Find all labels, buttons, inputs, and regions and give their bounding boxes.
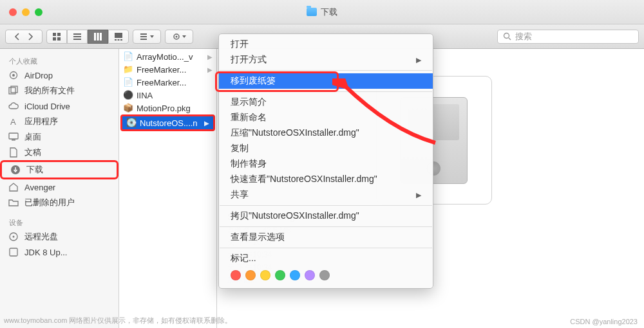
arrange-icon [139, 32, 155, 41]
dmg-icon: 📄 [123, 51, 133, 62]
tag-purple[interactable] [305, 270, 315, 280]
tag-green[interactable] [275, 270, 285, 280]
search-placeholder: 搜索 [515, 31, 532, 42]
list-item-selected[interactable]: 💽NutstoreOS....n▶ [122, 116, 213, 129]
chevron-right-icon: ▶ [207, 66, 213, 73]
minimize-light[interactable] [22, 8, 30, 16]
action-dropdown[interactable] [165, 30, 193, 44]
svg-text:A: A [10, 117, 16, 127]
view-icon-columns[interactable] [88, 30, 108, 44]
search-field[interactable]: 搜索 [497, 30, 639, 44]
list-item[interactable]: 📁FreeMarker...▶ [119, 63, 216, 76]
sidebar-item-deleted[interactable]: 已删除的用户 [0, 195, 118, 210]
close-light[interactable] [9, 8, 17, 16]
svg-line-20 [509, 38, 511, 40]
view-icon-grid[interactable] [46, 30, 67, 44]
list-item[interactable]: ⚫IINA [119, 89, 216, 102]
menu-open[interactable]: 打开 [219, 37, 433, 52]
sidebar-item-avenger[interactable]: Avenger [0, 179, 118, 195]
menu-quicklook[interactable]: 快速查看"NutstoreOSXInstaller.dmg" [219, 172, 433, 187]
menu-rename[interactable]: 重新命名 [219, 110, 433, 125]
menu-get-info[interactable]: 显示简介 [219, 95, 433, 110]
svg-point-18 [176, 35, 178, 37]
svg-rect-8 [97, 33, 99, 41]
drive-icon [8, 246, 19, 258]
tag-red[interactable] [231, 270, 241, 280]
tag-yellow[interactable] [260, 270, 270, 280]
svg-rect-3 [57, 37, 61, 41]
sidebar-item-jdk[interactable]: JDK 8 Up... [0, 244, 118, 260]
menu-duplicate[interactable]: 复制 [219, 141, 433, 156]
watermark-left: www.toymoban.com 网络图片仅供展示，非存储，如有侵权请联系删除。 [4, 316, 232, 325]
menu-share[interactable]: 共享▶ [219, 187, 433, 203]
sidebar-item-airdrop[interactable]: AirDrop [0, 68, 118, 83]
document-icon [8, 147, 19, 158]
desktop-icon [8, 131, 19, 143]
chevron-right-icon: ▶ [207, 53, 213, 60]
svg-rect-13 [120, 39, 122, 41]
svg-rect-26 [9, 133, 18, 139]
window-title-text: 下载 [321, 6, 337, 18]
chevron-right-icon: ▶ [204, 120, 209, 127]
menu-move-to-trash[interactable]: 移到废纸篓 [219, 73, 433, 89]
menu-compress[interactable]: 压缩"NutstoreOSXInstaller.dmg" [219, 125, 433, 141]
menu-alias[interactable]: 制作替身 [219, 156, 433, 172]
tag-gray[interactable] [319, 270, 330, 280]
folder-icon [8, 197, 19, 208]
chevron-right-icon: ▶ [416, 56, 421, 64]
dmg-icon: 💽 [126, 118, 137, 128]
tag-blue[interactable] [290, 270, 300, 280]
grid-icon [52, 32, 61, 41]
disc-icon [8, 231, 19, 242]
svg-rect-16 [140, 39, 147, 40]
zoom-light[interactable] [35, 8, 43, 16]
list-icon [73, 32, 82, 41]
svg-rect-5 [73, 36, 81, 37]
gallery-icon [114, 32, 123, 41]
home-icon [8, 181, 19, 193]
file-column: 📄ArrayMotio..._v▶ 📁FreeMarker...▶ 📄FreeM… [119, 49, 217, 328]
view-switcher [46, 30, 129, 44]
view-icon-list[interactable] [67, 30, 88, 44]
svg-rect-9 [100, 33, 102, 41]
window-traffic-lights [0, 8, 43, 16]
separator [220, 70, 432, 71]
svg-point-19 [504, 33, 509, 39]
tag-orange[interactable] [245, 270, 256, 280]
menu-copy[interactable]: 拷贝"NutstoreOSXInstaller.dmg" [219, 208, 433, 224]
allfiles-icon [8, 85, 19, 96]
columns-icon [93, 32, 102, 41]
view-icon-gallery[interactable] [108, 30, 129, 44]
list-item[interactable]: 📦MotionPro.pkg [119, 102, 216, 114]
svg-rect-0 [53, 33, 56, 36]
sidebar-item-apps[interactable]: A应用程序 [0, 114, 118, 129]
download-icon [10, 164, 21, 176]
zip-icon: 📄 [123, 77, 133, 87]
list-item[interactable]: 📄ArrayMotio..._v▶ [119, 50, 216, 63]
separator [220, 205, 432, 206]
menu-view-options[interactable]: 查看显示选项 [219, 230, 433, 245]
sidebar-item-allfiles[interactable]: 我的所有文件 [0, 83, 118, 98]
titlebar: 下载 [0, 0, 644, 24]
sidebar-item-documents[interactable]: 文稿 [0, 145, 118, 160]
list-item[interactable]: 📄FreeMarker... [119, 76, 216, 89]
svg-point-22 [12, 74, 15, 77]
svg-rect-14 [140, 33, 147, 35]
sidebar-item-icloud[interactable]: iCloud Drive [0, 98, 118, 114]
menu-tag-colors [219, 266, 433, 286]
separator [220, 91, 432, 92]
sidebar: 个人收藏 AirDrop 我的所有文件 iCloud Drive A应用程序 桌… [0, 49, 119, 328]
svg-rect-12 [118, 39, 120, 41]
sidebar-item-downloads[interactable]: 下载 [0, 160, 118, 179]
chevron-left-right-icon [10, 32, 38, 41]
nav-back-forward[interactable] [5, 30, 43, 44]
sidebar-item-desktop[interactable]: 桌面 [0, 129, 118, 145]
menu-tags-label: 标记... [219, 251, 433, 266]
context-menu: 打开 打开方式▶ 移到废纸篓 显示简介 重新命名 压缩"NutstoreOSXI… [218, 33, 433, 289]
arrange-dropdown[interactable] [133, 30, 161, 44]
sidebar-item-remote-disc[interactable]: 远程光盘 [0, 229, 118, 244]
svg-rect-10 [115, 33, 122, 38]
folder-icon [307, 8, 317, 16]
search-icon [503, 32, 511, 41]
menu-open-with[interactable]: 打开方式▶ [219, 52, 433, 68]
